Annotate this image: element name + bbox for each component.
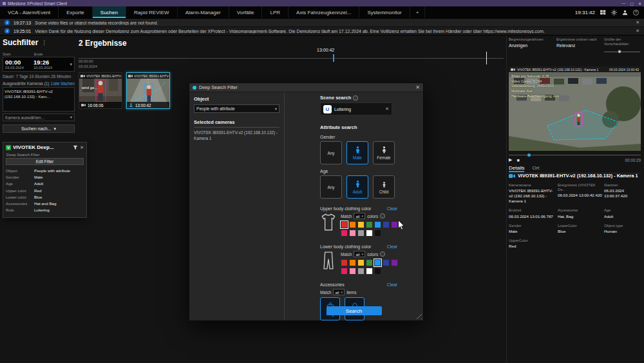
edit-filter-button[interactable]: Edit Filter <box>6 158 84 165</box>
color-swatch-e91e63[interactable] <box>341 230 348 237</box>
order-by-dropdown[interactable]: Relevanz <box>556 43 598 48</box>
kebab-menu-icon[interactable]: ⋮ <box>41 39 47 46</box>
notification-bar: i 19:25:01 Vielen Dank für die Nutzung d… <box>0 27 644 35</box>
color-swatch-fbc02d[interactable] <box>357 221 365 228</box>
user-icon[interactable] <box>622 10 628 15</box>
tab-rapid-review[interactable]: Rapid REVIEW <box>126 6 178 18</box>
time-range-picker[interactable]: 00:00 03.03.2024 19:26 10.03.2024 ▾ <box>3 57 75 72</box>
remove-scene-icon[interactable]: ✕ <box>385 106 389 112</box>
camera-select-dropdown[interactable]: Kamera auswählen... ▾ <box>3 113 75 121</box>
gender-male-button[interactable]: Male <box>346 141 368 164</box>
progress-thumb[interactable] <box>527 153 531 157</box>
color-swatch-f57c00[interactable] <box>349 259 356 266</box>
color-swatch-111111[interactable] <box>374 230 381 237</box>
gender-female-button[interactable]: Female <box>373 141 395 164</box>
clear-list-link[interactable]: Liste löschen <box>51 81 75 86</box>
dialog-close-icon[interactable]: ✕ <box>415 84 420 90</box>
age-any-button[interactable]: Any <box>320 175 342 199</box>
match-label: Match <box>320 290 331 295</box>
search-button[interactable]: Search <box>327 306 382 315</box>
color-swatch-303f9f[interactable] <box>383 259 390 266</box>
match-mode-dropdown[interactable]: all▾ <box>333 289 345 295</box>
male-person-icon <box>354 146 362 154</box>
lower-clear-link[interactable]: Clear <box>387 244 397 249</box>
scene-search-item[interactable]: U Loitering ✕ <box>320 103 392 115</box>
color-swatch-f48fb1[interactable] <box>349 268 356 275</box>
color-swatch-fbc02d[interactable] <box>357 259 365 266</box>
accessories-clear-link[interactable]: Clear <box>387 282 397 287</box>
color-swatch-111111[interactable] <box>374 268 381 275</box>
camera-list-item[interactable]: VIVOTEK IB9391-EHTV-v2 (192.168.10.132) … <box>5 89 73 99</box>
color-swatch-9e9e9e[interactable] <box>357 268 365 275</box>
tab-exporte[interactable]: Exporte <box>59 6 93 18</box>
color-swatch-9e9e9e[interactable] <box>357 230 365 237</box>
maximize-button[interactable]: ▢ <box>630 1 634 6</box>
color-swatch-7b1fa2[interactable] <box>391 259 398 266</box>
color-swatch-e91e63[interactable] <box>341 268 348 275</box>
dialog-resize-handle[interactable] <box>417 314 422 319</box>
age-child-button[interactable]: Child <box>373 175 395 199</box>
filter-funnel-icon[interactable] <box>73 145 78 150</box>
color-swatch-d32f2f[interactable] <box>341 221 348 228</box>
slider-thumb[interactable] <box>618 50 621 54</box>
timeline-result-marker[interactable] <box>333 54 334 62</box>
match-mode-dropdown[interactable]: all▾ <box>354 251 365 257</box>
object-type-dropdown[interactable]: People with attribute ▾ <box>194 104 279 113</box>
bounding-boxes-dropdown[interactable]: Anzeigen <box>509 43 550 48</box>
tab-suchen[interactable]: Suchen <box>93 6 126 18</box>
notification-close-icon[interactable]: ✕ <box>636 20 639 25</box>
camera-icon <box>80 74 85 78</box>
thumbnail-size-slider[interactable] <box>604 50 640 54</box>
help-icon[interactable]: ? <box>633 10 639 15</box>
clip-progress-bar[interactable] <box>509 153 641 157</box>
color-swatch-388e3c[interactable] <box>366 259 373 266</box>
color-swatch-7b1fa2[interactable] <box>391 221 398 228</box>
color-swatch-303f9f[interactable] <box>383 221 390 228</box>
tab-vca-alarm-event[interactable]: VCA - Alarm/Event <box>0 6 59 18</box>
color-swatch-f48fb1[interactable] <box>349 230 356 237</box>
play-button[interactable]: ▶ <box>509 157 512 162</box>
color-swatch-ffffff[interactable] <box>366 268 373 275</box>
color-swatch-2196f3[interactable] <box>374 259 381 266</box>
gender-any-button[interactable]: Any <box>320 141 342 164</box>
info-icon[interactable]: i <box>380 251 385 257</box>
close-button[interactable]: ✕ <box>638 1 641 6</box>
color-swatch-2196f3[interactable] <box>374 221 381 228</box>
color-swatch-f57c00[interactable] <box>349 221 356 228</box>
age-adult-button[interactable]: Adult <box>346 175 368 199</box>
stop-button[interactable]: ■ <box>516 158 519 162</box>
tab-ort[interactable]: Ort <box>532 165 539 171</box>
svg-text:?: ? <box>635 10 637 14</box>
timeline-playhead[interactable] <box>486 52 487 64</box>
color-swatch-388e3c[interactable] <box>366 221 373 228</box>
match-mode-dropdown[interactable]: all▾ <box>354 213 365 219</box>
add-tab-button[interactable]: + <box>410 6 426 18</box>
color-swatch-d32f2f[interactable] <box>341 259 348 266</box>
notification-close-icon[interactable]: ✕ <box>636 28 639 34</box>
detail-value: Blue <box>558 229 603 234</box>
gear-icon[interactable] <box>611 10 617 15</box>
upper-clear-link[interactable]: Clear <box>387 206 397 211</box>
video-preview[interactable]: VIVOTEK IB9391-EHTV-v2 (192.168.10.132) … <box>509 66 641 151</box>
upper-color-swatches <box>341 221 399 237</box>
tab-details[interactable]: Details <box>509 165 524 171</box>
plugin-close-icon[interactable]: ✕ <box>80 145 84 150</box>
tab-systemmonitor[interactable]: Systemmonitor <box>359 6 410 18</box>
filter-row-label: Gender <box>6 174 34 181</box>
result-thumbnail[interactable]: VIVOTEK IB9391-EHTV-... wird ge... 16:06… <box>79 72 122 109</box>
dialog-titlebar[interactable]: Deep Search Filter ✕ <box>189 83 423 92</box>
monitors-icon[interactable] <box>600 10 606 15</box>
result-thumbnail-selected[interactable]: VIVOTEK IB9391-EHTV-... 13:00:42 <box>126 72 170 109</box>
tab-axis-fahrzeugkennzeichen[interactable]: Axis Fahrzeugkennzei... <box>289 6 359 18</box>
color-swatch-ffffff[interactable] <box>366 230 373 237</box>
results-timeline[interactable]: 13:00:42 00:00:00 03.03.2024 <box>79 48 504 68</box>
chevron-down-icon: ▾ <box>54 126 57 132</box>
tab-lpr[interactable]: LPR <box>262 6 289 18</box>
tab-alarm-manager[interactable]: Alarm-Manager <box>178 6 229 18</box>
info-icon[interactable]: i <box>380 213 385 219</box>
filter-row-value: Blue <box>34 194 84 201</box>
info-icon[interactable]: i <box>353 95 358 101</box>
minimize-button[interactable]: — <box>621 1 625 6</box>
tab-vorfaelle[interactable]: Vorfälle <box>229 6 263 18</box>
search-for-button[interactable]: Suchen nach... ▾ <box>3 124 75 133</box>
